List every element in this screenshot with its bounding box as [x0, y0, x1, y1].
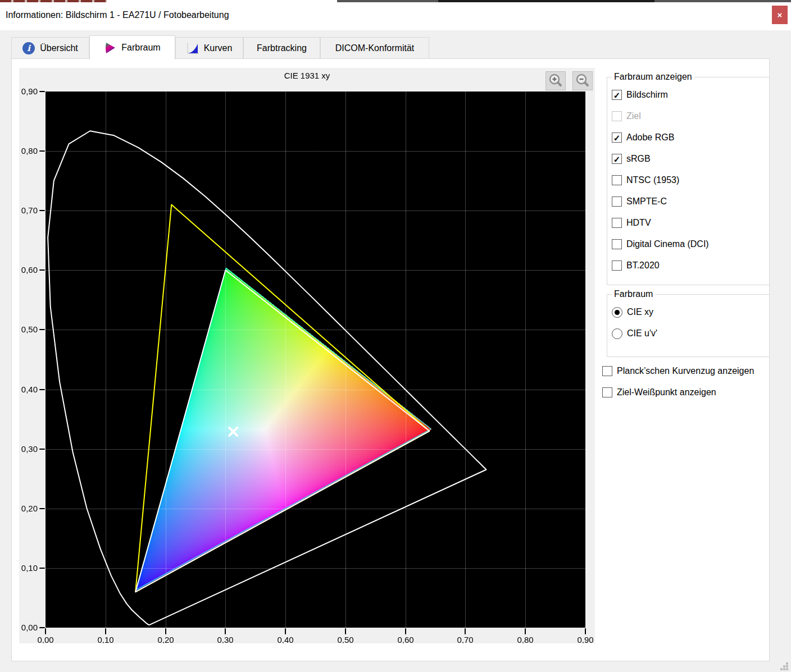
radio-label: CIE u'v' [627, 328, 657, 339]
checkbox-hdtv[interactable]: ✓ [612, 218, 622, 228]
checkbox-adobe-rgb[interactable]: ✓ [612, 132, 622, 143]
checkbox-label: Planck’schen Kurvenzug anzeigen [617, 366, 754, 376]
checkbox-bildschirm[interactable]: ✓ [612, 90, 622, 100]
checkmark-icon: ✓ [613, 134, 621, 142]
tab-label: Kurven [204, 43, 233, 53]
extra-options: ✓ Planck’schen Kurvenzug anzeigen ✓ Ziel… [601, 365, 754, 408]
tab-label: Farbraum [121, 43, 160, 53]
radio-cie-uv[interactable] [612, 328, 622, 339]
group-title: Farbraum [612, 289, 655, 299]
title-bar: Informationen: Bildschirm 1 - EA271U / F… [0, 2, 791, 30]
close-icon: × [778, 10, 783, 20]
cie-chart-panel: CIE 1931 xy [19, 68, 595, 643]
checkbox-label: BT.2020 [626, 260, 660, 271]
magnifier-minus-icon [574, 73, 591, 89]
checkmark-icon: ✓ [613, 91, 621, 99]
magnifier-plus-icon [547, 73, 564, 89]
checkbox-row-bildschirm[interactable]: ✓ Bildschirm [611, 84, 769, 106]
checkbox-digital-cinema[interactable]: ✓ [612, 239, 622, 249]
tab-page-farbraum: CIE 1931 xy Farbraum anzeigen [11, 58, 770, 661]
tab-kurven[interactable]: Kurven [175, 37, 243, 59]
checkmark-icon: ✓ [613, 155, 621, 163]
cie-1931-diagram [19, 68, 595, 643]
checkbox-row-smpte-c[interactable]: ✓ SMPTE-C [611, 191, 769, 212]
close-button[interactable]: × [772, 6, 788, 24]
farbraum-group: Farbraum CIE xy CIE u'v' [607, 289, 770, 357]
checkbox-row-ziel-weisspunkt[interactable]: ✓ Ziel-Weißpunkt anzeigen [601, 386, 754, 399]
radio-label: CIE xy [627, 307, 653, 317]
checkbox-row-srgb[interactable]: ✓ sRGB [611, 148, 769, 170]
checkbox-ziel-weisspunkt[interactable]: ✓ [602, 387, 612, 397]
checkbox-row-hdtv[interactable]: ✓ HDTV [611, 212, 769, 234]
checkbox-ziel: ✓ [612, 111, 622, 121]
info-icon: i [22, 42, 35, 54]
tab-farbraum[interactable]: Farbraum [89, 35, 175, 60]
application-window: Informationen: Bildschirm 1 - EA271U / F… [0, 0, 791, 672]
checkbox-label: NTSC (1953) [626, 175, 679, 185]
checkbox-row-planck[interactable]: ✓ Planck’schen Kurvenzug anzeigen [601, 365, 754, 377]
checkbox-label: HDTV [626, 218, 651, 228]
checkbox-label: sRGB [626, 154, 651, 164]
checkbox-bt2020[interactable]: ✓ [612, 260, 622, 271]
group-title: Farbraum anzeigen [612, 72, 694, 82]
checkbox-label: SMPTE-C [626, 196, 667, 207]
checkbox-ntsc[interactable]: ✓ [612, 175, 622, 185]
checkbox-label: Ziel [626, 111, 641, 121]
radio-row-cie-uv[interactable]: CIE u'v' [611, 323, 769, 344]
zoom-out-button[interactable] [572, 71, 593, 90]
radio-dot [615, 310, 620, 315]
curve-icon [187, 42, 199, 54]
tab-uebersicht[interactable]: i Übersicht [11, 37, 89, 59]
checkbox-srgb[interactable]: ✓ [612, 154, 622, 164]
checkbox-label: Digital Cinema (DCI) [626, 239, 709, 249]
checkbox-row-ziel: ✓ Ziel [611, 106, 769, 127]
checkbox-label: Ziel-Weißpunkt anzeigen [617, 387, 716, 397]
tab-farbtracking[interactable]: Farbtracking [243, 37, 320, 59]
gamut-icon [104, 42, 116, 54]
checkbox-planck[interactable]: ✓ [602, 366, 612, 376]
checkbox-row-digital-cinema[interactable]: ✓ Digital Cinema (DCI) [611, 234, 769, 255]
checkbox-row-bt2020[interactable]: ✓ BT.2020 [611, 255, 769, 276]
tab-label: Übersicht [40, 43, 78, 53]
checkbox-label: Adobe RGB [626, 132, 674, 143]
chart-title: CIE 1931 xy [19, 71, 595, 80]
checkbox-smpte-c[interactable]: ✓ [612, 196, 622, 207]
tab-dicom-konformitaet[interactable]: DICOM-Konformität [320, 37, 429, 59]
checkbox-row-adobe-rgb[interactable]: ✓ Adobe RGB [611, 127, 769, 148]
tab-label: Farbtracking [257, 43, 307, 53]
radio-cie-xy[interactable] [612, 307, 622, 318]
tab-label: DICOM-Konformität [335, 43, 414, 53]
radio-row-cie-xy[interactable]: CIE xy [611, 301, 769, 323]
farbraum-anzeigen-group: Farbraum anzeigen ✓ Bildschirm ✓ Ziel ✓ … [607, 72, 770, 285]
checkbox-row-ntsc[interactable]: ✓ NTSC (1953) [611, 170, 769, 191]
window-title: Informationen: Bildschirm 1 - EA271U / F… [6, 2, 229, 28]
resize-grip[interactable] [780, 662, 789, 671]
checkbox-label: Bildschirm [626, 90, 668, 100]
zoom-in-button[interactable] [545, 71, 566, 90]
